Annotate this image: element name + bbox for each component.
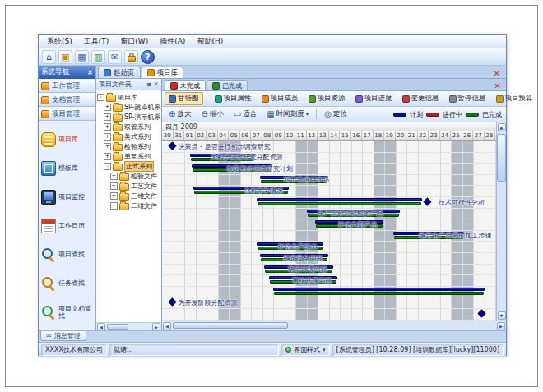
tree-scroll-thumb[interactable] (107, 324, 128, 330)
hscroll-thumb[interactable] (173, 322, 288, 329)
help-icon[interactable]: ? (141, 50, 155, 64)
tree-expander-icon[interactable]: + (110, 173, 118, 180)
tree-expander-icon[interactable]: + (104, 123, 111, 131)
tree-expander-icon[interactable]: + (104, 143, 111, 150)
nav-close-icon[interactable]: × (87, 68, 93, 76)
tree-expander-icon[interactable]: + (104, 113, 111, 121)
gantt-tabbar-close-icon[interactable]: ✕ (492, 81, 504, 90)
tree-node[interactable]: +检验文件 (97, 171, 160, 181)
home-icon[interactable]: ⌂ (42, 50, 56, 64)
scroll-up-icon[interactable]: ▲ (498, 123, 506, 131)
zoom-out-button[interactable]: ⊖缩小 (197, 108, 227, 121)
tree-panel-header: 项目文件夹 ▪ × (96, 79, 161, 90)
tree-node[interactable]: +单泵系列 (97, 151, 160, 161)
change-info-button[interactable]: 变更信息 (398, 92, 443, 105)
scroll-left-icon[interactable]: ◀ (163, 322, 171, 330)
gantt-task-bar[interactable] (257, 198, 422, 201)
lock-icon[interactable] (124, 50, 138, 64)
tree-node[interactable]: +工艺文件 (97, 181, 160, 191)
project-props-icon (215, 95, 222, 103)
tree-expander-icon[interactable]: - (97, 94, 104, 101)
gantt-progress-bar[interactable] (274, 292, 484, 295)
nav-item-work-calendar[interactable]: 工作日历 (40, 211, 94, 240)
tree-node-label: 二维文件 (131, 201, 157, 210)
tree-expander-icon[interactable]: + (110, 192, 118, 200)
tree-node[interactable]: +双管系列 (97, 122, 160, 131)
nav-group-project[interactable]: 项目管理 (39, 107, 95, 121)
project-props-button[interactable]: 项目属性 (211, 92, 256, 105)
timescale-button[interactable]: ▦时间刻度▾ (262, 108, 313, 121)
pause-info-button-label: 暂停信息 (458, 94, 486, 104)
menu-tools[interactable]: 工具(T) (79, 35, 114, 48)
menu-plugins[interactable]: 插件(A) (155, 35, 190, 48)
gantt-milestone[interactable] (423, 198, 431, 206)
gantt-task-bar[interactable] (273, 288, 485, 291)
report-icon[interactable]: ▥ (91, 50, 105, 64)
ui-style-selector[interactable]: 界面样式 ▾ (281, 344, 330, 356)
menu-help[interactable]: 帮助(H) (192, 35, 228, 48)
tab-project-library[interactable]: 项目库 (142, 67, 184, 78)
gantt-progress-bar[interactable] (258, 202, 421, 205)
folder-icon (106, 95, 116, 102)
project-budget-button[interactable]: 项目预算 (492, 92, 537, 105)
nav-item-doc-search[interactable]: 项目文档查找 (40, 297, 94, 326)
tree-node[interactable]: +二维文件 (97, 201, 160, 210)
zoom-in-button[interactable]: ⊕放大 (165, 108, 195, 121)
scroll-right-icon[interactable]: ▶ (497, 322, 505, 330)
nav-group-document[interactable]: 文档管理 (39, 93, 95, 107)
tree-node[interactable]: +美式系列 (97, 131, 160, 141)
tree-expander-icon[interactable]: + (110, 202, 118, 210)
tree-node[interactable]: +检验系列 (97, 141, 160, 151)
gantt-view-button[interactable]: 甘特图 (165, 92, 203, 105)
tab-unfinished[interactable]: 未完成 (165, 80, 206, 90)
project-resources-button[interactable]: 项目资源 (304, 92, 350, 105)
menu-window[interactable]: 窗口(W) (115, 35, 153, 48)
tree-node[interactable]: +三维文件 (97, 191, 160, 201)
nav-item-project-search[interactable]: 项目查找 (40, 240, 94, 269)
zoom-out-button-label: 缩小 (210, 109, 224, 119)
legend-swatch-0 (393, 113, 406, 117)
gantt-milestone[interactable] (169, 298, 177, 307)
tree-hscrollbar[interactable]: ◀ ▶ (96, 322, 161, 330)
pause-info-button[interactable]: 暂停信息 (445, 92, 490, 105)
gantt-milestone[interactable] (169, 142, 177, 150)
mail-icon[interactable]: ✉ (108, 50, 122, 64)
tree-expander-icon[interactable]: + (104, 133, 111, 141)
project-progress-button[interactable]: 项目进度 (351, 92, 397, 105)
bottom-dock-band: ✉ 消息管理 (39, 330, 506, 342)
gantt-vscrollbar[interactable]: ▲ ▼ (496, 122, 506, 321)
scroll-down-icon[interactable]: ▼ (498, 311, 506, 320)
locate-button[interactable]: ◎定位 (320, 108, 351, 121)
tab-finished[interactable]: 已完成 (207, 80, 248, 90)
fit-button[interactable]: ▭适合 (230, 108, 261, 121)
tree-node[interactable]: +SP-跳伞机系 (97, 102, 160, 112)
scroll-right-icon[interactable]: ▶ (152, 323, 160, 331)
project-library-icon (41, 132, 56, 147)
nav-item-project-library-label: 项目库 (58, 136, 78, 143)
nav-item-project-monitor[interactable]: 项目监控 (40, 182, 94, 211)
scroll-left-icon[interactable]: ◀ (97, 323, 105, 331)
tab-start-page[interactable]: 起始页 (98, 67, 141, 78)
tree-close-icon[interactable]: × (153, 81, 159, 88)
project-members-button[interactable]: 项目成员 (258, 92, 303, 105)
tree-node[interactable]: -正式系列 (97, 161, 160, 171)
nav-item-task-search[interactable]: 任务查找 (40, 269, 94, 297)
tree-expander-icon[interactable]: + (104, 104, 111, 111)
vscroll-thumb[interactable] (497, 134, 506, 182)
tabbar-close-icon[interactable]: ✕ (491, 69, 503, 78)
tree-expander-icon[interactable]: + (110, 182, 118, 190)
tree-node[interactable]: +SP-演示机系 (97, 112, 160, 122)
menu-system[interactable]: 系统(S) (42, 35, 77, 48)
tree-expander-icon[interactable]: + (104, 153, 111, 160)
nav-group-work[interactable]: 工作管理 (39, 79, 95, 93)
gantt-hscrollbar[interactable]: ◀ ▶ (162, 321, 506, 330)
tree-node[interactable]: -项目库 (97, 92, 160, 102)
pin-icon[interactable]: ▪ (146, 81, 151, 88)
window-icon[interactable]: ▦ (75, 50, 89, 64)
nav-item-template-library[interactable]: 模板库 (40, 154, 94, 182)
message-manager-tab[interactable]: ✉ 消息管理 (40, 331, 86, 341)
tree-expander-icon[interactable]: - (104, 163, 111, 170)
folder-icon[interactable]: ▣ (58, 50, 72, 64)
nav-item-project-library[interactable]: 项目库 (40, 125, 94, 154)
project-members-button-label: 项目成员 (271, 94, 299, 104)
